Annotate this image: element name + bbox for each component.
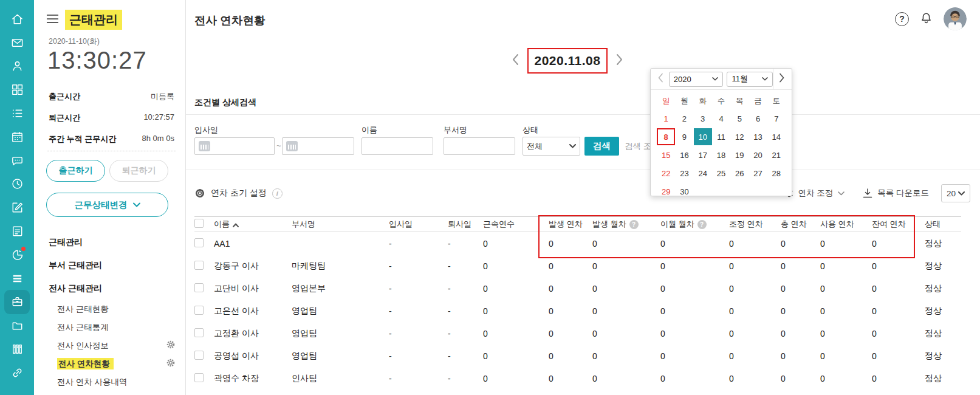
status-select[interactable]: 전체 bbox=[523, 137, 580, 156]
mail-icon[interactable] bbox=[0, 31, 34, 55]
calendar-day[interactable]: 11 bbox=[712, 128, 730, 145]
clock-icon[interactable] bbox=[0, 173, 34, 196]
calendar-day[interactable]: 27 bbox=[749, 165, 767, 182]
task-list-icon[interactable] bbox=[0, 101, 34, 125]
search-reset-partial-text[interactable]: 검색 조 bbox=[625, 141, 651, 152]
calendar-day[interactable]: 29 bbox=[657, 183, 675, 200]
search-button[interactable]: 검색 bbox=[584, 137, 619, 156]
row-checkbox[interactable] bbox=[194, 328, 204, 337]
menu-item-company-attendance-stats[interactable]: 전사 근태통계 bbox=[49, 318, 179, 337]
info-icon[interactable]: i bbox=[272, 188, 283, 199]
calendar-day[interactable]: 13 bbox=[749, 128, 767, 145]
stat-row: 주간 누적 근무시간8h 0m 0s bbox=[49, 134, 174, 145]
user-avatar[interactable] bbox=[944, 7, 967, 30]
calendar-day[interactable]: 26 bbox=[730, 165, 749, 182]
calendar-day[interactable]: 9 bbox=[675, 128, 693, 145]
join-date-from-input[interactable] bbox=[194, 137, 275, 155]
dept-input[interactable] bbox=[444, 137, 515, 155]
calendar-icon[interactable] bbox=[0, 125, 34, 149]
hamburger-icon[interactable] bbox=[46, 13, 59, 27]
calendar-day[interactable]: 30 bbox=[675, 183, 693, 200]
year-select[interactable]: 2020 bbox=[669, 72, 724, 87]
calendar-day[interactable]: 24 bbox=[694, 165, 712, 182]
calendar-day[interactable]: 2 bbox=[675, 110, 693, 127]
menu-item-attendance[interactable]: 근태관리 bbox=[49, 231, 179, 254]
compose-icon[interactable] bbox=[0, 196, 34, 219]
prev-date-button[interactable] bbox=[512, 53, 519, 68]
calendar-day[interactable]: 4 bbox=[712, 110, 730, 127]
gear-icon[interactable] bbox=[166, 358, 176, 368]
name-input[interactable] bbox=[362, 137, 433, 155]
calendar-day[interactable]: 22 bbox=[657, 165, 675, 182]
select-all-checkbox[interactable] bbox=[194, 219, 204, 228]
apps-icon[interactable] bbox=[0, 78, 34, 101]
leave-adjust-button[interactable]: 연차 조정 bbox=[798, 188, 833, 199]
help-icon[interactable]: ? bbox=[895, 12, 909, 26]
workplace-icon[interactable] bbox=[0, 290, 34, 314]
note-icon[interactable] bbox=[0, 219, 34, 243]
work-status-change-button[interactable]: 근무상태변경 bbox=[46, 193, 168, 217]
next-month-button[interactable] bbox=[773, 73, 790, 85]
next-date-button[interactable] bbox=[615, 53, 623, 68]
calendar-day[interactable]: 5 bbox=[730, 110, 749, 127]
row-checkbox[interactable] bbox=[194, 351, 204, 360]
menu-item-company-attendance[interactable]: 전사 근태관리 bbox=[49, 277, 179, 300]
calendar-empty-cell bbox=[712, 183, 730, 200]
check-out-button[interactable]: 퇴근하기 bbox=[109, 160, 168, 182]
row-checkbox[interactable] bbox=[194, 261, 204, 270]
help-icon[interactable]: ? bbox=[629, 220, 639, 229]
month-select[interactable]: 11월 bbox=[727, 72, 773, 87]
cell-accrued-monthly: 0 bbox=[592, 374, 660, 383]
calendar-day[interactable]: 1 bbox=[657, 110, 675, 127]
calendar-day[interactable]: 6 bbox=[749, 110, 767, 127]
calendar-day[interactable]: 8 bbox=[657, 128, 675, 145]
calendar-day[interactable]: 16 bbox=[675, 146, 693, 163]
calendar-day[interactable]: 7 bbox=[767, 110, 786, 127]
prev-month-button[interactable] bbox=[652, 73, 669, 85]
join-date-to-input[interactable] bbox=[282, 137, 354, 155]
home-icon[interactable] bbox=[0, 7, 34, 31]
row-checkbox[interactable] bbox=[194, 306, 204, 315]
chat-icon[interactable] bbox=[0, 149, 34, 173]
calendar-day[interactable]: 14 bbox=[767, 128, 786, 145]
calendar-day[interactable]: 17 bbox=[694, 146, 712, 163]
folder-icon[interactable] bbox=[0, 314, 34, 337]
calendar-day[interactable]: 25 bbox=[712, 165, 730, 182]
link-icon[interactable] bbox=[0, 361, 34, 385]
calendar-day[interactable]: 3 bbox=[694, 110, 712, 127]
selected-date[interactable]: 2020.11.08 bbox=[527, 48, 608, 74]
calendar-day[interactable]: 15 bbox=[657, 146, 675, 163]
column-used-annual: 사용 연차 bbox=[820, 219, 872, 230]
page-size-select[interactable]: 20 bbox=[941, 184, 970, 202]
help-icon[interactable]: ? bbox=[697, 220, 707, 229]
calendar-day[interactable]: 10 bbox=[694, 128, 712, 145]
calendar-day[interactable]: 28 bbox=[767, 165, 786, 182]
menu-item-company-leave-status[interactable]: 전사 연차현황 bbox=[49, 355, 179, 373]
report-icon[interactable] bbox=[0, 243, 34, 267]
row-checkbox[interactable] bbox=[194, 238, 204, 247]
leave-init-settings-button[interactable]: 연차 초기 설정 i bbox=[194, 188, 283, 199]
menu-item-dept-attendance[interactable]: 부서 근태관리 bbox=[49, 254, 179, 277]
calendar-day[interactable]: 19 bbox=[730, 146, 749, 163]
profile-icon[interactable] bbox=[0, 55, 34, 78]
check-in-button[interactable]: 출근하기 bbox=[46, 160, 105, 182]
cell-remaining-annual: 0 bbox=[872, 261, 925, 271]
row-checkbox[interactable] bbox=[194, 373, 204, 382]
notification-bell-icon[interactable] bbox=[919, 11, 933, 27]
download-list-button[interactable]: 목록 다운로드 bbox=[877, 188, 929, 199]
gear-icon[interactable] bbox=[166, 340, 176, 349]
menu-item-company-attendance-status[interactable]: 전사 근태현황 bbox=[49, 300, 179, 318]
column-name[interactable]: 이름 bbox=[214, 219, 292, 230]
cell-carryover-monthly: 0 bbox=[660, 306, 729, 316]
menu-item-company-leave-usage[interactable]: 전사 연차 사용내역 bbox=[49, 373, 179, 391]
menu-item-company-hr-info[interactable]: 전사 인사정보 bbox=[49, 337, 179, 355]
calendar-day[interactable]: 23 bbox=[675, 165, 693, 182]
calendar-day[interactable]: 12 bbox=[730, 128, 749, 145]
calendar-day[interactable]: 21 bbox=[767, 146, 786, 163]
row-checkbox[interactable] bbox=[194, 283, 204, 292]
archive-icon[interactable] bbox=[0, 337, 34, 361]
rows-icon[interactable] bbox=[0, 267, 34, 290]
calendar-day[interactable]: 20 bbox=[749, 146, 767, 163]
cell-total-annual: 0 bbox=[781, 261, 820, 271]
calendar-day[interactable]: 18 bbox=[712, 146, 730, 163]
